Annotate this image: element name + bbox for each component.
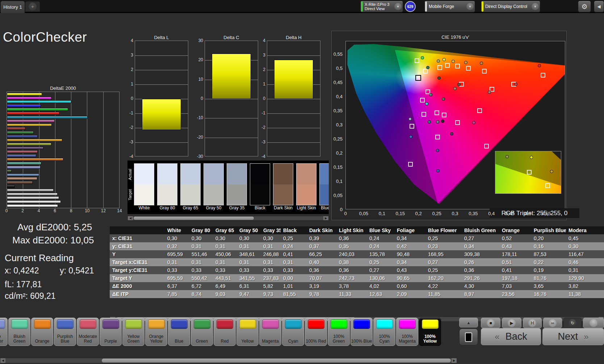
axis-tick-label: 1 <box>263 81 265 87</box>
current-reading-heading: Current Reading <box>5 252 74 264</box>
table-cell: 0,36 <box>462 266 499 274</box>
blank-button[interactable] <box>583 318 604 328</box>
deltae-bar <box>7 97 51 100</box>
patch-button-blue[interactable]: Blue <box>168 318 190 346</box>
swatch-scrollbar[interactable]: ◀ ▶ <box>127 216 329 221</box>
meter-dropdown[interactable]: X-Rite i1Pro 3Direct View ▼ <box>360 1 403 12</box>
patch-button-orange[interactable]: Orange <box>31 318 53 346</box>
cie-target-marker <box>423 69 428 74</box>
scroll-right-icon[interactable]: ▶ <box>452 358 457 363</box>
swatch-target <box>320 184 329 205</box>
axis-tick-label: 0,25 <box>432 211 441 216</box>
table-cell: 4,30 <box>462 282 499 290</box>
table-column-header: Gray 80 <box>189 226 213 234</box>
axis-tick-label: 2 <box>263 67 265 72</box>
patch-bar-scrollbar[interactable]: ◀ ▶ <box>0 358 457 363</box>
table-cell: 0,33 <box>281 266 307 274</box>
patch-button-moderate-red[interactable]: Moderate Red <box>77 318 99 346</box>
deltae-bar-row <box>7 200 119 203</box>
table-cell: 0,25 <box>367 258 394 266</box>
patch-button-100-cyan[interactable]: 100% Cyan <box>373 318 395 346</box>
cie-measured-marker <box>429 93 432 96</box>
history-tab[interactable]: History 1 <box>1 1 25 13</box>
axis-tick-label: 0,2 <box>415 211 422 216</box>
patch-button-magenta[interactable]: Magenta <box>259 318 281 346</box>
table-column-header: White <box>165 226 189 234</box>
next-chevrons-icon: » <box>584 332 588 342</box>
scroll-left-icon[interactable]: ◀ <box>0 358 5 363</box>
table-cell: 6,37 <box>165 282 189 290</box>
table-row: y: CIE310,320,310,310,310,310,240,370,35… <box>110 242 604 250</box>
deltae-bar-row <box>7 147 119 150</box>
patch-button-yellow-green[interactable]: Yellow Green <box>122 318 144 346</box>
patch-button-blue-flower[interactable]: Blue Flower <box>0 318 8 346</box>
deltae-bar <box>7 185 15 188</box>
scroll-left-icon[interactable]: ◀ <box>128 216 133 220</box>
cie-y-axis: 0,550,50,450,40,350,30,250,20,150,10,050 <box>332 41 345 209</box>
patch-button-cyan[interactable]: Cyan <box>282 318 304 346</box>
settings-button[interactable]: ⚙ <box>578 1 591 12</box>
cie-measured-marker <box>488 91 491 94</box>
table-cell: 0,31 <box>237 258 261 266</box>
patch-button-100-blue[interactable]: 100% Blue <box>351 318 373 346</box>
pattern-window-button[interactable] <box>459 329 478 346</box>
deltae-chart <box>7 92 119 208</box>
axis-tick-label: -1 <box>129 110 133 116</box>
patch-button-label: Purple <box>104 339 117 344</box>
loop-button[interactable]: ∞ <box>543 318 562 328</box>
play-button[interactable]: ▶ <box>502 318 521 328</box>
patch-button-purplish-blue[interactable]: Purplish Blue <box>54 318 76 346</box>
patch-button-yellow[interactable]: Yellow <box>236 318 259 346</box>
table-cell: 695,59 <box>165 274 189 282</box>
patch-button-100-red[interactable]: 100% Red <box>305 318 327 346</box>
table-row: ΔE ITP7,858,749,039,479,7381,559,7811,33… <box>110 290 604 298</box>
table-cell: 90,65 <box>394 274 425 282</box>
patch-color-chip <box>57 319 74 329</box>
table-cell: 0,38 <box>336 258 367 266</box>
stop-button[interactable]: ■ <box>481 318 500 328</box>
swatch-label: Gray 35 <box>226 205 247 210</box>
patch-color-chip <box>422 319 439 329</box>
patch-button-100-green[interactable]: 100% Green <box>328 318 350 346</box>
patch-bar-scrollbar-thumb[interactable] <box>102 359 451 363</box>
patch-button-purple[interactable]: Purple <box>100 318 122 346</box>
patch-button-orange-yellow[interactable]: Orange Yellow <box>145 318 167 346</box>
axis-tick-label: 0,4 <box>336 93 343 99</box>
swatch-scrollbar-thumb[interactable] <box>134 217 254 220</box>
patch-button-red[interactable]: Red <box>214 318 236 346</box>
deltae-bar <box>7 193 58 196</box>
source-dropdown-label: Mobile Forge <box>427 4 466 9</box>
cie-measured-marker <box>425 102 428 105</box>
axis-tick-label: -20 <box>197 135 203 140</box>
axis-tick-label: 4 <box>263 38 265 43</box>
patch-button-bluish-green[interactable]: Bluish Green <box>8 318 30 346</box>
cie-target-marker <box>455 120 460 125</box>
scroll-right-icon[interactable]: ▶ <box>323 216 328 220</box>
table-row-label: Target Y <box>110 274 165 282</box>
add-tab-button[interactable]: + <box>25 1 40 12</box>
table-row: Y695,59551,46450,06348,61246,880,4166,25… <box>110 250 604 258</box>
next-button[interactable]: Next » <box>542 328 604 345</box>
inset-target-marker <box>545 183 550 188</box>
table-cell: 0,39 <box>307 234 336 242</box>
patch-button-green[interactable]: Green <box>191 318 213 346</box>
table-cell: 0,41 <box>281 250 307 258</box>
axis-tick-label: 0,5 <box>525 211 531 216</box>
step-button[interactable]: H <box>523 318 542 328</box>
gridline <box>205 99 258 99</box>
table-cell: 0,27 <box>367 266 394 274</box>
patch-color-chip <box>171 319 188 329</box>
back-button[interactable]: « Back <box>481 328 541 345</box>
axis-tick-label: -3 <box>261 139 265 145</box>
patch-button-100-magenta[interactable]: 100% Magenta <box>396 318 418 346</box>
up-arrow-icon: ▲ <box>467 321 471 325</box>
refresh-button[interactable]: ↻ <box>563 318 582 328</box>
table-cell: 9,03 <box>213 290 237 298</box>
source-dropdown[interactable]: Mobile Forge ▼ <box>424 1 475 12</box>
pattern-up-button[interactable]: ▲ <box>459 318 478 327</box>
collapse-panel-button[interactable]: ◀ <box>594 1 604 12</box>
inset-markers <box>495 151 561 193</box>
patch-button-100-yellow[interactable]: 100% Yellow <box>419 318 441 346</box>
table-cell: 23,56 <box>499 290 531 298</box>
display-dropdown[interactable]: Direct Display Control ▼ <box>481 1 540 12</box>
